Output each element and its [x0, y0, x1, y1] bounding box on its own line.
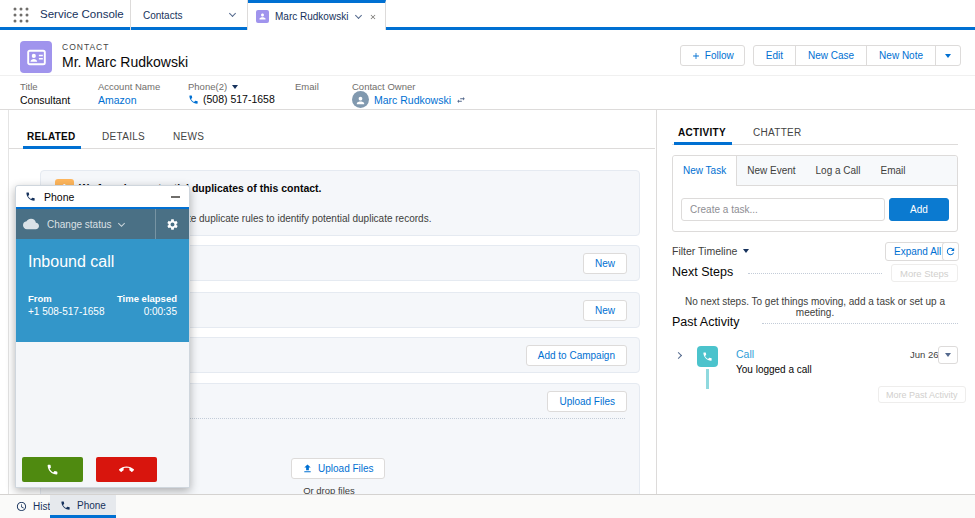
tab-new-event[interactable]: New Event	[737, 165, 805, 176]
from-number: +1 508-517-1658	[28, 306, 104, 317]
upload-icon	[302, 463, 313, 474]
settings-button[interactable]	[156, 209, 189, 239]
contact-tab-icon	[256, 10, 269, 23]
field-title-value: Consultant	[20, 94, 70, 106]
follow-button[interactable]: Follow	[680, 45, 745, 66]
change-owner-icon[interactable]	[456, 95, 466, 105]
utility-phone-button[interactable]: Phone	[50, 495, 116, 518]
record-actions: Follow Edit New Case New Note	[680, 45, 961, 66]
refresh-icon	[945, 246, 956, 257]
new-case-button[interactable]: New Case	[795, 46, 866, 65]
decline-call-button[interactable]	[96, 457, 157, 482]
contact-avatar	[20, 41, 52, 73]
close-icon[interactable]	[369, 13, 377, 21]
tab-details[interactable]: DETAILS	[102, 131, 145, 142]
chevron-down-icon[interactable]	[355, 11, 362, 18]
record-header: CONTACT Mr. Marc Rudkowski Follow Edit N…	[0, 33, 975, 110]
hang-up-icon	[119, 462, 134, 477]
tab-chatter[interactable]: CHATTER	[753, 127, 802, 138]
left-splitter-line	[8, 110, 9, 494]
upload-files-label: Upload Files	[318, 463, 374, 474]
softphone-status-bar: Change status	[16, 209, 189, 239]
upload-files-button[interactable]: Upload Files	[547, 391, 627, 412]
tab-record-active[interactable]: Marc Rudkowski	[248, 0, 386, 30]
tab-contacts-label: Contacts	[143, 10, 182, 21]
accept-call-button[interactable]	[22, 457, 83, 482]
field-title-label: Title	[20, 81, 38, 92]
plus-icon	[691, 51, 701, 61]
new-button[interactable]: New	[583, 300, 627, 321]
change-status-button[interactable]: Change status	[47, 219, 112, 230]
chevron-down-icon	[945, 54, 951, 58]
tab-activity[interactable]: ACTIVITY	[678, 127, 726, 138]
entity-label: CONTACT	[62, 42, 109, 52]
clock-icon	[16, 501, 27, 512]
service-console-app: Service Console Contacts Marc Rudkowski …	[0, 0, 975, 518]
panel-divider	[656, 110, 657, 494]
more-past-activity-button[interactable]: More Past Activity	[878, 386, 966, 403]
gear-icon	[166, 218, 179, 231]
elapsed-label: Time elapsed	[117, 293, 177, 304]
filter-timeline-label[interactable]: Filter Timeline	[672, 245, 737, 257]
next-steps-leader	[748, 273, 882, 274]
next-steps-heading: Next Steps	[672, 265, 733, 279]
field-phone-label: Phone(2)	[188, 81, 227, 92]
elapsed-time: 0:00:35	[144, 306, 177, 317]
call-actions-button[interactable]	[938, 346, 958, 364]
tab-email[interactable]: Email	[871, 165, 916, 176]
upload-files-dropzone-button[interactable]: Upload Files	[291, 458, 385, 479]
edit-button[interactable]: Edit	[754, 50, 795, 61]
minimize-button[interactable]	[171, 196, 180, 198]
chevron-down-icon[interactable]	[232, 85, 238, 89]
new-note-button[interactable]: New Note	[866, 46, 935, 65]
chevron-down-icon[interactable]	[229, 10, 236, 17]
tab-contacts[interactable]: Contacts	[130, 0, 248, 30]
field-owner-value[interactable]: Marc Rudkowski	[374, 94, 451, 106]
tab-record-label: Marc Rudkowski	[275, 11, 348, 22]
past-activity-heading: Past Activity	[672, 315, 739, 329]
task-input[interactable]	[681, 198, 885, 221]
tab-related[interactable]: RELATED	[27, 131, 76, 142]
follow-label: Follow	[705, 50, 734, 61]
record-action-group: Edit New Case New Note	[753, 45, 961, 66]
tab-related-underline	[23, 146, 81, 149]
field-account-value[interactable]: Amazon	[98, 94, 137, 106]
composer-tab-strip: New Task New Event Log a Call Email	[673, 156, 957, 186]
chevron-right-icon[interactable]	[675, 352, 682, 359]
call-desc: You logged a call	[736, 364, 812, 375]
softphone-title: Phone	[44, 191, 74, 203]
more-steps-button[interactable]: More Steps	[891, 264, 958, 282]
log-a-call-icon	[697, 346, 718, 367]
past-activity-leader	[762, 323, 958, 324]
more-actions-button[interactable]	[935, 46, 960, 65]
utility-phone-label: Phone	[77, 500, 106, 511]
tab-activity-underline	[674, 142, 732, 145]
tab-new-task[interactable]: New Task	[673, 156, 737, 186]
phone-icon	[60, 500, 71, 511]
tab-news[interactable]: NEWS	[173, 131, 204, 142]
record-name: Mr. Marc Rudkowski	[62, 54, 188, 70]
timeline-tail	[706, 369, 709, 389]
new-button[interactable]: New	[583, 253, 627, 274]
phone-icon	[25, 191, 36, 202]
app-launcher-button[interactable]	[12, 6, 30, 24]
expand-all-button[interactable]: Expand All	[885, 242, 950, 261]
softphone-panel: Phone Change status Inbound call From Ti…	[15, 185, 190, 488]
tab-log-a-call[interactable]: Log a Call	[806, 165, 871, 176]
field-account-label: Account Name	[98, 81, 160, 92]
cloud-phone-icon	[23, 216, 39, 232]
owner-avatar	[352, 91, 369, 108]
call-date: Jun 26	[910, 349, 939, 360]
timeline-item-call: Call You logged a call Jun 26	[672, 343, 958, 389]
utility-bar: History Phone	[0, 494, 975, 518]
app-launcher-icon	[12, 6, 30, 24]
refresh-button[interactable]	[942, 242, 959, 261]
add-to-campaign-button[interactable]: Add to Campaign	[526, 345, 627, 366]
softphone-call-pane: Inbound call From Time elapsed +1 508-51…	[16, 239, 189, 342]
chevron-down-icon[interactable]	[743, 249, 749, 253]
add-task-button[interactable]: Add	[889, 198, 949, 221]
call-link[interactable]: Call	[736, 348, 754, 360]
field-phone-value[interactable]: (508) 517-1658	[203, 93, 275, 105]
record-tabs-border	[9, 148, 655, 149]
softphone-header: Phone	[16, 186, 189, 209]
